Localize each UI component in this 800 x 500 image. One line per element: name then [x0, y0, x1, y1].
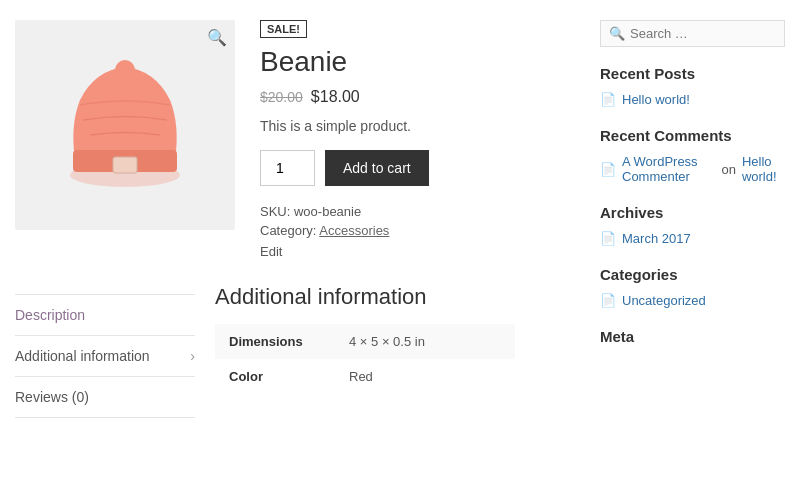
tab-description-label: Description — [15, 307, 85, 323]
table-value: Red — [335, 359, 515, 394]
tab-description[interactable]: Description — [15, 295, 195, 336]
zoom-icon[interactable]: 🔍 — [207, 28, 227, 47]
price-new: $18.00 — [311, 88, 360, 106]
page-wrapper: 🔍 — [0, 0, 800, 438]
product-details: SALE! Beanie $20.00 $18.00 This is a sim… — [260, 20, 570, 259]
search-input[interactable] — [630, 26, 776, 41]
tab-reviews[interactable]: Reviews (0) — [15, 377, 195, 418]
edit-link-wrapper: Edit — [260, 244, 570, 259]
product-top: 🔍 — [15, 20, 570, 259]
additional-info-title: Additional information — [215, 284, 570, 310]
table-value: 4 × 5 × 0.5 in — [335, 324, 515, 359]
table-key: Color — [215, 359, 335, 394]
page-icon: 📄 — [600, 293, 616, 308]
sidebar-section: Archives📄March 2017 — [600, 204, 785, 246]
sidebar-item: 📄March 2017 — [600, 231, 785, 246]
sidebar-item: 📄Hello world! — [600, 92, 785, 107]
sidebar-link[interactable]: March 2017 — [622, 231, 691, 246]
quantity-input[interactable] — [260, 150, 315, 186]
tab-additional-info[interactable]: Additional information › — [15, 336, 195, 377]
tab-additional-info-label: Additional information — [15, 348, 150, 364]
main-content: 🔍 — [15, 20, 570, 418]
sidebar-section-title: Categories — [600, 266, 785, 283]
table-row: ColorRed — [215, 359, 515, 394]
product-title: Beanie — [260, 46, 570, 78]
on-text: on — [721, 162, 735, 177]
tab-reviews-label: Reviews (0) — [15, 389, 89, 405]
page-icon: 📄 — [600, 162, 616, 177]
sidebar-link[interactable]: Hello world! — [622, 92, 690, 107]
add-to-cart-row: Add to cart — [260, 150, 570, 186]
sidebar-section-title: Meta — [600, 328, 785, 345]
sidebar-section: Meta — [600, 328, 785, 345]
sidebar-item: 📄A WordPress Commenter on Hello world! — [600, 154, 785, 184]
additional-info-table: Dimensions4 × 5 × 0.5 inColorRed — [215, 324, 515, 394]
beanie-illustration — [45, 45, 205, 205]
sidebar-section: Categories📄Uncategorized — [600, 266, 785, 308]
sidebar-sections: Recent Posts📄Hello world!Recent Comments… — [600, 65, 785, 345]
page-icon: 📄 — [600, 231, 616, 246]
sidebar: 🔍 Recent Posts📄Hello world!Recent Commen… — [600, 20, 785, 418]
product-category: Category: Accessories — [260, 223, 570, 238]
sale-badge: SALE! — [260, 20, 307, 38]
sidebar-section-title: Recent Posts — [600, 65, 785, 82]
edit-link[interactable]: Edit — [260, 244, 282, 259]
sidebar-section-title: Recent Comments — [600, 127, 785, 144]
table-key: Dimensions — [215, 324, 335, 359]
svg-rect-2 — [113, 157, 137, 173]
comment-author-link[interactable]: A WordPress Commenter — [622, 154, 715, 184]
search-icon: 🔍 — [609, 26, 625, 41]
chevron-right-icon: › — [190, 348, 195, 364]
add-to-cart-button[interactable]: Add to cart — [325, 150, 429, 186]
lower-section: Description Additional information › Rev… — [15, 284, 570, 418]
sidebar-section: Recent Comments📄A WordPress Commenter on… — [600, 127, 785, 184]
category-link[interactable]: Accessories — [319, 223, 389, 238]
tabs-column: Description Additional information › Rev… — [15, 284, 195, 418]
product-tabs: Description Additional information › Rev… — [15, 294, 195, 418]
svg-point-3 — [115, 60, 135, 80]
sidebar-section-title: Archives — [600, 204, 785, 221]
price-old: $20.00 — [260, 89, 303, 105]
sidebar-link[interactable]: Uncategorized — [622, 293, 706, 308]
product-sku: SKU: woo-beanie — [260, 204, 570, 219]
additional-info-section: Additional information Dimensions4 × 5 ×… — [215, 284, 570, 418]
table-row: Dimensions4 × 5 × 0.5 in — [215, 324, 515, 359]
product-description: This is a simple product. — [260, 118, 570, 134]
product-image: 🔍 — [15, 20, 235, 230]
sidebar-section: Recent Posts📄Hello world! — [600, 65, 785, 107]
product-price: $20.00 $18.00 — [260, 88, 570, 106]
comment-post-link[interactable]: Hello world! — [742, 154, 785, 184]
sidebar-search-wrapper[interactable]: 🔍 — [600, 20, 785, 47]
sidebar-item: 📄Uncategorized — [600, 293, 785, 308]
page-icon: 📄 — [600, 92, 616, 107]
